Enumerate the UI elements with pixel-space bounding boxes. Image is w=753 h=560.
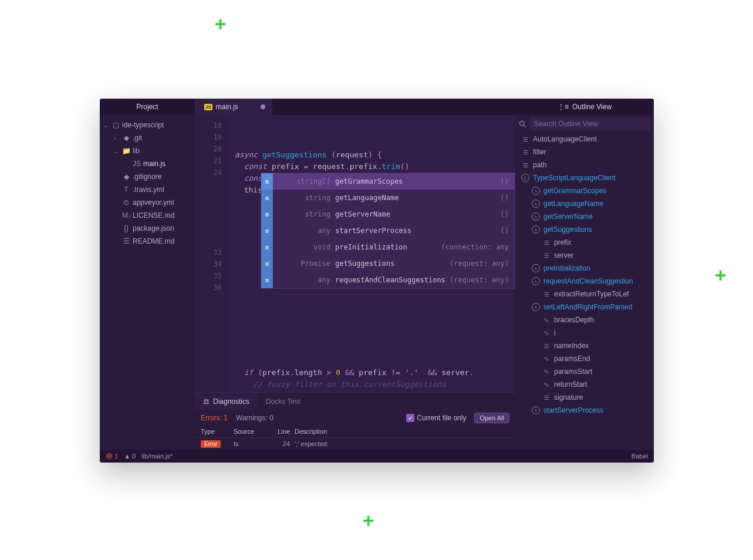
autocomplete-item[interactable]: m any requestAndCleanSuggestions (reques… — [261, 272, 515, 288]
tree-label: lib — [133, 147, 140, 155]
outline-item[interactable]: CTypeScriptLanguageClient — [515, 171, 654, 184]
gutter: 1819202124 33343536 — [195, 115, 228, 392]
autocomplete-item[interactable]: m any startServerProcess () — [261, 222, 515, 239]
current-file-only-toggle[interactable]: ✓ Current file only — [406, 414, 466, 422]
outline-item[interactable]: ∿i — [515, 326, 654, 339]
diag-summary-bar: Errors: 1 Warnings: 0 ✓ Current file onl… — [195, 410, 515, 426]
outline-item[interactable]: ☰extractReturnTypeToLef — [515, 288, 654, 301]
tree-label: .git — [133, 134, 142, 142]
tree-label: appveyor.yml — [133, 198, 174, 207]
svg-line-1 — [524, 125, 525, 127]
ide-window: Project JS main.js ⋮≡ Outline View ⌄ ▢ i… — [100, 99, 654, 463]
tree-item[interactable]: {} package.json — [100, 222, 195, 235]
method-icon: λ — [532, 212, 540, 221]
code-editor[interactable]: 1819202124 33343536 async getSuggestions… — [195, 115, 515, 392]
ac-return-type: string — [273, 194, 335, 202]
autocomplete-popup[interactable]: m string[] getGrammarScopes ()m string g… — [261, 173, 515, 289]
kind-method-icon: m — [261, 272, 273, 288]
search-icon — [519, 120, 526, 127]
outline-item[interactable]: ∿returnStart — [515, 378, 654, 391]
outline-item[interactable]: λpreInitialization — [515, 262, 654, 275]
outline-item[interactable]: λstartServerProcess — [515, 404, 654, 417]
outline-item[interactable]: λgetServerName — [515, 210, 654, 223]
outline-item[interactable]: ☰signature — [515, 391, 654, 404]
tab-docks-test[interactable]: Docks Test — [258, 393, 308, 410]
outline-item[interactable]: λrequestAndCleanSuggestion — [515, 275, 654, 288]
const-icon: ☰ — [542, 290, 551, 298]
variable-icon: ∿ — [542, 367, 551, 376]
outline-label: filter — [533, 148, 546, 156]
tree-item[interactable]: JS main.js — [100, 157, 195, 170]
outline-list[interactable]: ☰AutoLanguageClient☰filter☰pathCTypeScri… — [515, 133, 654, 450]
kind-method-icon: m — [261, 239, 273, 255]
outline-item[interactable]: ☰filter — [515, 146, 654, 158]
tree-item[interactable]: › ◆ .git — [100, 131, 195, 144]
outline-item[interactable]: λgetGrammarScopes — [515, 184, 654, 197]
outline-item[interactable]: ☰prefix — [515, 236, 654, 249]
outline-item[interactable]: λgetSuggestions — [515, 223, 654, 236]
tree-item[interactable]: ⌄ 📁 lib — [100, 144, 195, 157]
ac-name: preInitialization — [335, 243, 441, 251]
code-line[interactable]: if (prefix.length > 0 && prefix != '.' &… — [235, 367, 515, 379]
tree-item[interactable]: ⊙ appveyor.yml — [100, 196, 195, 209]
status-file[interactable]: lib/main.js* — [141, 453, 173, 460]
chevron-icon: ⌄ — [114, 148, 120, 154]
outline-label: nameIndex — [554, 342, 589, 350]
open-all-button[interactable]: Open All — [474, 413, 509, 423]
variable-icon: ∿ — [542, 329, 551, 337]
outline-label: paramsStart — [554, 367, 592, 376]
kind-method-icon: m — [261, 206, 273, 222]
code-line[interactable] — [235, 137, 515, 149]
status-warnings[interactable]: ▲ 0 — [124, 453, 136, 460]
tree-label: .gitignore — [133, 173, 161, 181]
outline-item[interactable]: ∿paramsEnd — [515, 352, 654, 365]
outline-item[interactable]: ∿paramsStart — [515, 365, 654, 378]
outline-item[interactable]: ∿bracesDepth — [515, 313, 654, 326]
kind-method-icon: m — [261, 255, 273, 272]
tab-main-js[interactable]: JS main.js — [195, 99, 272, 115]
line-number: 35 — [195, 270, 222, 282]
ac-name: getGrammarScopes — [335, 177, 501, 185]
diagnostic-row[interactable]: Error ts 24 ';' expected. — [195, 438, 515, 450]
editor-column: 1819202124 33343536 async getSuggestions… — [195, 115, 515, 450]
outline-item[interactable]: ☰path — [515, 158, 654, 171]
file-icon: M↓ — [122, 211, 130, 220]
outline-item[interactable]: ☰nameIndex — [515, 339, 654, 352]
ac-name: startServerProcess — [335, 227, 501, 235]
autocomplete-item[interactable]: m string getLanguageName () — [261, 190, 515, 206]
tab-diagnostics[interactable]: ⚖ Diagnostics — [195, 393, 258, 410]
status-errors[interactable]: 1 — [106, 453, 118, 460]
file-tree[interactable]: ⌄ ▢ ide-typescript › ◆ .git⌄ 📁 lib JS ma… — [100, 115, 195, 450]
method-icon: λ — [532, 303, 540, 311]
code-line[interactable]: const prefix = request.prefix.trim() — [235, 161, 515, 173]
autocomplete-item[interactable]: m string getServerName () — [261, 206, 515, 222]
code-area[interactable]: async getSuggestions (request) { const p… — [228, 115, 515, 392]
outline-item[interactable]: λgetLanguageName — [515, 197, 654, 210]
ac-return-type: any — [273, 276, 335, 284]
error-badge: Error — [201, 440, 221, 448]
status-language[interactable]: Babel — [632, 453, 648, 460]
ac-return-type: any — [273, 227, 335, 235]
method-icon: λ — [532, 200, 540, 208]
autocomplete-item[interactable]: m void preInitialization (connection: an… — [261, 239, 515, 255]
tree-item[interactable]: M↓ LICENSE.md — [100, 209, 195, 222]
outline-item[interactable]: λsetLeftAndRightFromParsed — [515, 301, 654, 313]
ac-name: getLanguageName — [335, 194, 501, 202]
code-line[interactable]: return new Promise((resolve) => { — [235, 390, 515, 392]
tree-item[interactable]: ☰ README.md — [100, 235, 195, 248]
outline-item[interactable]: ☰server — [515, 249, 654, 262]
outline-label: prefix — [554, 238, 571, 247]
autocomplete-item[interactable]: m string[] getGrammarScopes () — [261, 173, 515, 190]
code-line[interactable]: async getSuggestions (request) { — [235, 149, 515, 161]
tree-item[interactable]: ◆ .gitignore — [100, 170, 195, 183]
outline-item[interactable]: ☰AutoLanguageClient — [515, 133, 654, 146]
diagnostics-panel: ⚖ Diagnostics Docks Test Errors: 1 Warni… — [195, 392, 515, 450]
outline-search-input[interactable] — [529, 117, 650, 130]
code-line[interactable]: // fuzzy filter on this.currentSuggestio… — [235, 379, 515, 390]
autocomplete-item[interactable]: m Promise getSuggestions (request: any) — [261, 255, 515, 272]
tree-item[interactable]: T .travis.yml — [100, 183, 195, 196]
variable-icon: ∿ — [542, 380, 551, 389]
diag-table: Type Source Line Description Error ts 24… — [195, 426, 515, 450]
diag-header-row: Type Source Line Description — [195, 426, 515, 438]
tree-root[interactable]: ⌄ ▢ ide-typescript — [100, 119, 195, 131]
